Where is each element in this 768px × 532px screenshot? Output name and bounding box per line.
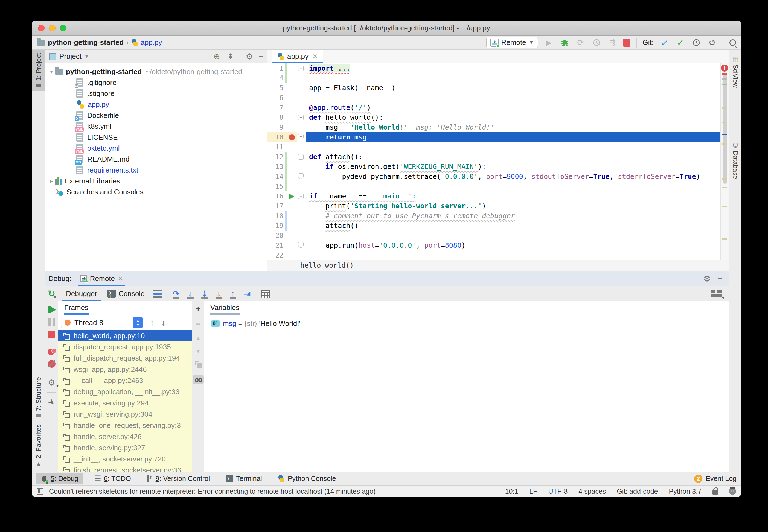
project-panel-title[interactable]: Project: [59, 52, 81, 61]
duplicate-watch-icon[interactable]: [195, 361, 201, 368]
close-icon[interactable]: ✕: [312, 53, 318, 60]
line-number[interactable]: 1: [267, 63, 285, 73]
tree-item-scratches-and-consoles[interactable]: Scratches and Consoles: [45, 186, 267, 197]
code-line-8[interactable]: 8−def hello_world():: [267, 113, 729, 122]
line-number[interactable]: 13: [267, 162, 285, 172]
line-number[interactable]: 18: [267, 211, 285, 221]
line-number[interactable]: 4: [267, 73, 285, 83]
code-line-5[interactable]: 5app = Flask(__name__): [267, 83, 729, 93]
code-line-12[interactable]: 12−def attach():: [267, 152, 729, 162]
rerun-button[interactable]: ↻: [45, 286, 58, 301]
editor-scrollbar[interactable]: [723, 74, 727, 184]
run-with-icon[interactable]: ⇶: [608, 38, 617, 48]
line-number[interactable]: 6: [267, 93, 285, 103]
line-number[interactable]: 7: [267, 103, 285, 113]
previous-frame-icon[interactable]: ↑: [150, 318, 154, 327]
line-number[interactable]: 20: [267, 231, 285, 241]
tree-item-python-getting-started[interactable]: ▾python-getting-started~/okteto/python-g…: [45, 66, 267, 77]
code-line-11[interactable]: 11: [267, 142, 729, 152]
status-item-python-3-7[interactable]: Python 3.7: [669, 487, 702, 495]
status-item-lf[interactable]: LF: [529, 487, 537, 495]
frame-row[interactable]: full_dispatch_request, app.py:194: [58, 353, 192, 364]
tree-item-external-libraries[interactable]: ▸External Libraries: [45, 176, 267, 186]
frames-list[interactable]: hello_world, app.py:10dispatch_request, …: [58, 330, 192, 472]
frame-row[interactable]: wsgi_app, app.py:2446: [58, 364, 192, 375]
thread-stepper[interactable]: ▲▼: [133, 317, 143, 328]
run-gutter-icon[interactable]: [289, 194, 294, 199]
line-number[interactable]: 22: [267, 250, 285, 260]
code-line-18[interactable]: 18 # comment out to use Pycharm's remote…: [267, 211, 729, 221]
stripe-mark[interactable]: [722, 178, 727, 180]
coverage-icon[interactable]: ⟳: [576, 38, 586, 48]
code-line-1[interactable]: 1+import ...: [267, 63, 729, 73]
tree-item-k8s-yml[interactable]: YMLk8s.yml: [45, 121, 267, 132]
stripe-mark[interactable]: [722, 84, 727, 85]
breadcrumb-file[interactable]: app.py: [141, 38, 162, 47]
hector-highlighting-icon[interactable]: [729, 488, 736, 495]
move-up-icon[interactable]: ▲: [195, 335, 201, 341]
layout-settings-icon[interactable]: [711, 290, 722, 298]
variable-row[interactable]: 01msg = {str} 'Hello World!': [211, 319, 729, 328]
step-into-my-code-icon[interactable]: ↓: [213, 288, 225, 300]
code-line-13[interactable]: 13 if os.environ.get('WERKZEUG_RUN_MAIN'…: [267, 162, 729, 172]
stop-icon[interactable]: [48, 331, 55, 338]
line-number[interactable]: 10: [267, 132, 285, 142]
frame-row[interactable]: __call__, app.py:2463: [58, 375, 192, 386]
frame-row[interactable]: handle, serving.py:327: [58, 442, 192, 454]
code-line-6[interactable]: 6: [267, 93, 729, 103]
debug-icon[interactable]: [560, 38, 570, 48]
stripe-mark[interactable]: [722, 134, 727, 135]
tree-item--gitignore[interactable]: .gitignore: [45, 77, 267, 88]
status-item-4-spaces[interactable]: 4 spaces: [579, 487, 606, 495]
frame-row[interactable]: __init__, socketserver.py:720: [58, 454, 192, 465]
tree-item-app-py[interactable]: app.py: [45, 99, 267, 110]
line-number[interactable]: 15: [267, 182, 285, 191]
stripe-mark[interactable]: [722, 206, 727, 207]
error-indicator-icon[interactable]: !: [721, 65, 728, 72]
next-frame-icon[interactable]: ↓: [161, 318, 165, 327]
debug-session-tab[interactable]: Remote ✕: [78, 271, 125, 286]
line-number[interactable]: 9: [267, 122, 285, 132]
breadcrumb-project[interactable]: python-getting-started: [48, 38, 124, 47]
status-item-git-add-code[interactable]: Git: add-code: [617, 487, 658, 495]
profiler-icon[interactable]: [592, 38, 602, 48]
show-watches-icon[interactable]: oo: [192, 375, 204, 384]
fold-collapse-icon[interactable]: −: [298, 154, 303, 160]
fold-collapse-icon[interactable]: −: [298, 242, 303, 248]
toolwindow-button-python-console[interactable]: Python Console: [273, 473, 340, 484]
code-line-20[interactable]: 20: [267, 231, 729, 241]
toolwindow-button-terminal[interactable]: Terminal: [221, 473, 266, 484]
locate-icon[interactable]: ⊕: [213, 52, 221, 61]
settings-icon[interactable]: ⚙: [703, 274, 711, 283]
settings-icon[interactable]: ⚙: [246, 52, 253, 61]
git-update-icon[interactable]: ↙: [660, 38, 670, 48]
variables-list[interactable]: 01msg = {str} 'Hello World!': [204, 315, 729, 472]
fold-expand-icon[interactable]: +: [298, 66, 303, 71]
sidebar-item-database[interactable]: ⛁ Database: [729, 140, 741, 222]
error-stripe[interactable]: !: [720, 63, 729, 260]
breakpoint-icon[interactable]: [289, 134, 295, 140]
breadcrumb[interactable]: hello_world(): [267, 260, 729, 271]
add-watch-icon[interactable]: +: [196, 305, 201, 313]
frame-row[interactable]: finish_request, socketserver.py:36: [58, 465, 192, 472]
resume-icon[interactable]: [48, 306, 56, 313]
sidebar-item-sciview[interactable]: ▦ SciView: [729, 54, 741, 125]
debug-view-options-icon[interactable]: [153, 290, 162, 298]
pin-icon[interactable]: ➤: [46, 396, 57, 407]
fold-collapse-icon[interactable]: −: [298, 115, 303, 120]
step-into-icon[interactable]: ↓: [184, 288, 196, 300]
tree-item-okteto-yml[interactable]: YMLokteto.yml: [45, 143, 267, 154]
line-number[interactable]: 11: [267, 142, 285, 152]
code-line-15[interactable]: 15: [267, 182, 729, 191]
frame-row[interactable]: hello_world, app.py:10: [58, 330, 192, 341]
sidebar-item-favorites[interactable]: 2: Favorites ★: [32, 424, 45, 468]
tree-item--stignore[interactable]: .stignore: [45, 88, 267, 99]
git-commit-icon[interactable]: ✓: [676, 38, 685, 48]
debugger-settings-icon[interactable]: ⚙: [48, 378, 55, 387]
frame-row[interactable]: run_wsgi, serving.py:304: [58, 409, 192, 420]
unlock-icon[interactable]: [713, 490, 718, 495]
search-everywhere-icon[interactable]: [729, 39, 736, 46]
sidebar-item-structure[interactable]: 7: Structure: [32, 375, 45, 419]
code-editor[interactable]: 1+import ...45app = Flask(__name__)67@ap…: [267, 63, 729, 260]
tree-item-requirements-txt[interactable]: requirements.txt: [45, 165, 267, 176]
